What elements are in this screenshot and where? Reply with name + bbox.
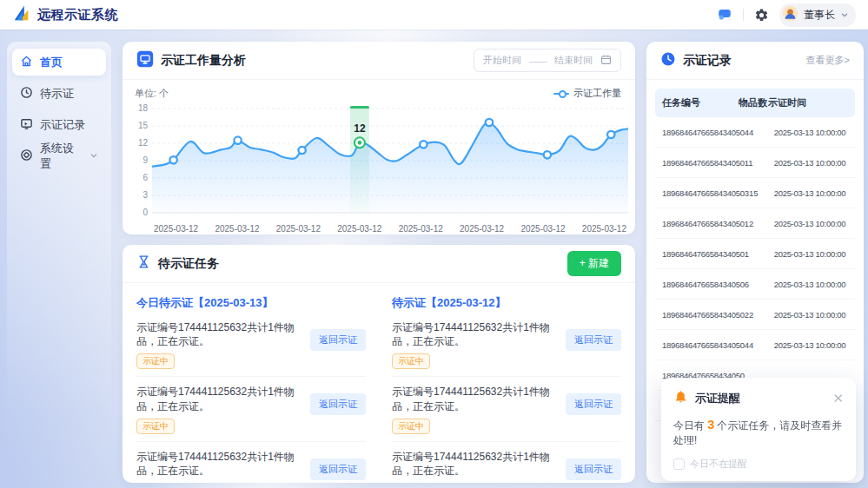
cell-time: 2025-03-13 10:00:00 — [774, 310, 854, 320]
sidebar-item-3[interactable]: 系统设置 — [12, 142, 106, 169]
table-row: 189684647665843405062025-03-13 10:00:00 — [655, 269, 855, 300]
records-table-header: 任务编号 物品数 示证时间 — [655, 89, 855, 117]
sidebar: 首页待示证示证记录系统设置 — [7, 42, 111, 483]
cell-task-id: 1896846476658434050 — [662, 340, 745, 350]
svg-text:12: 12 — [354, 122, 366, 135]
app-title: 远程示证系统 — [37, 7, 118, 23]
logo-icon — [12, 3, 31, 26]
mute-today-checkbox[interactable]: 今日不在提醒 — [673, 458, 844, 471]
sidebar-item-0[interactable]: 首页 — [12, 49, 106, 76]
y-tick-label: 6 — [142, 173, 148, 182]
home-icon — [20, 55, 33, 70]
return-demo-button[interactable]: 返回示证 — [566, 458, 621, 480]
y-tick-label: 12 — [138, 138, 148, 148]
cell-task-id: 1896846476658434050 — [662, 249, 745, 259]
close-icon[interactable]: ✕ — [832, 392, 844, 405]
return-demo-button[interactable]: 返回示证 — [310, 458, 366, 480]
cell-task-id: 1896846476658434050 — [662, 280, 745, 289]
date-range-picker[interactable]: 开始时间 —— 结束时间 — [474, 49, 621, 72]
cell-item-count: 44 — [745, 340, 774, 350]
x-tick-label: 2025-03-12 — [520, 224, 565, 234]
x-tick-label: 2025-03-12 — [337, 224, 381, 234]
y-tick-label: 15 — [138, 121, 148, 130]
return-demo-button[interactable]: 返回示证 — [310, 329, 366, 351]
cell-item-count: 44 — [745, 128, 774, 137]
return-demo-button[interactable]: 返回示证 — [566, 329, 621, 351]
user-menu[interactable]: 董事长 — [779, 3, 856, 27]
task-text: 示证编号174441125632共计1件物品，正在示证。 — [392, 450, 557, 478]
cell-item-count: 22 — [745, 310, 774, 320]
end-date-placeholder[interactable]: 结束时间 — [554, 54, 593, 67]
topbar-divider — [743, 9, 744, 21]
legend-label: 示证工作量 — [573, 87, 621, 100]
task-text: 示证编号174441125632共计1件物品，正在示证。 — [392, 385, 557, 412]
tasks-body: 今日待示证【2025-03-13】示证编号174441125632共计1件物品，… — [123, 283, 635, 483]
column-header-task-id: 任务编号 — [662, 96, 739, 109]
cell-time: 2025-03-13 10:00:00 — [774, 280, 854, 289]
cell-item-count: 12 — [745, 219, 774, 228]
x-tick-label: 2025-03-12 — [154, 224, 198, 234]
cell-task-id: 1896846476658434050 — [662, 128, 745, 137]
chart-y-axis: 0369121518 — [133, 103, 152, 218]
clock-badge-icon — [660, 51, 676, 70]
sidebar-item-2[interactable]: 示证记录 — [12, 111, 106, 138]
topbar: 远程示证系统 董事长 — [0, 0, 868, 30]
cell-item-count: 315 — [745, 188, 774, 198]
cell-item-count: 6 — [745, 280, 774, 289]
checkbox-icon[interactable] — [673, 458, 685, 470]
sidebar-item-label: 系统设置 — [40, 141, 83, 172]
chart-card-title: 示证工作量分析 — [161, 53, 246, 69]
tasks-card: 待示证任务 + 新建 今日待示证【2025-03-13】示证编号17444112… — [123, 245, 635, 483]
cell-time: 2025-03-13 10:00:00 — [774, 249, 854, 259]
reminder-toast: 示证提醒 ✕ 今日有3个示证任务，请及时查看并处理! 今日不在提醒 — [661, 378, 856, 481]
column-header-item-count: 物品数 — [739, 96, 768, 109]
task-status-badge: 示证中 — [136, 353, 175, 369]
user-name: 董事长 — [804, 8, 835, 23]
y-tick-label: 3 — [142, 190, 148, 200]
bell-icon — [673, 389, 688, 407]
gear-icon[interactable] — [754, 8, 769, 23]
table-row: 189684647665843405012025-03-13 10:00:00 — [655, 239, 855, 269]
cell-task-id: 1896846476658434050 — [662, 188, 745, 198]
task-group-1: 待示证【2025-03-12】示证编号174441125632共计1件物品，正在… — [392, 292, 621, 483]
chart-plot-area: 12 — [152, 103, 628, 221]
hourglass-icon — [136, 254, 151, 273]
record-icon — [20, 117, 33, 133]
legend-line-icon — [553, 93, 569, 95]
task-status-badge: 示证中 — [136, 419, 175, 434]
column-header-time: 示证时间 — [768, 96, 848, 109]
date-range-separator: —— — [529, 56, 547, 66]
chat-icon[interactable] — [717, 7, 732, 23]
return-demo-button[interactable]: 返回示证 — [310, 393, 366, 415]
cell-item-count: 11 — [745, 158, 774, 168]
cell-task-id: 1896846476658434050 — [662, 158, 745, 168]
task-status-badge: 示证中 — [392, 419, 430, 434]
return-demo-button[interactable]: 返回示证 — [566, 393, 621, 415]
chevron-down-icon — [840, 7, 849, 23]
cell-time: 2025-03-13 10:00:00 — [774, 219, 854, 228]
sidebar-item-label: 首页 — [40, 55, 63, 70]
toast-task-count: 3 — [705, 417, 717, 432]
start-date-placeholder[interactable]: 开始时间 — [483, 54, 521, 67]
calendar-icon[interactable] — [600, 54, 612, 67]
task-item: 示证编号174441125632共计1件物品，正在示证。示证中返回示证 — [136, 442, 366, 483]
settings-icon — [20, 148, 33, 164]
task-item: 示证编号174441125632共计1件物品，正在示证。示证中返回示证 — [392, 442, 621, 483]
table-row: 1896846476658434050442025-03-13 10:00:00 — [655, 330, 855, 360]
sidebar-item-label: 待示证 — [40, 86, 74, 102]
task-text: 示证编号174441125632共计1件物品，正在示证。 — [136, 450, 301, 478]
cell-time: 2025-03-13 10:00:00 — [774, 128, 854, 137]
new-task-button[interactable]: + 新建 — [567, 251, 621, 276]
cell-time: 2025-03-13 10:00:00 — [774, 158, 854, 168]
task-group-0: 今日待示证【2025-03-13】示证编号174441125632共计1件物品，… — [136, 292, 366, 483]
clock-icon — [20, 86, 33, 102]
view-more-link[interactable]: 查看更多> — [806, 54, 850, 67]
y-tick-label: 9 — [142, 155, 148, 165]
table-row: 1896846476658434050222025-03-13 10:00:00 — [655, 300, 855, 330]
toast-title: 示证提醒 — [695, 391, 740, 406]
sidebar-item-1[interactable]: 待示证 — [12, 80, 106, 107]
sidebar-item-label: 示证记录 — [40, 117, 85, 133]
toast-message: 今日有3个示证任务，请及时查看并处理! — [673, 417, 844, 448]
cell-time: 2025-03-13 10:00:00 — [774, 340, 854, 350]
cell-time: 2025-03-13 10:00:00 — [774, 188, 854, 198]
